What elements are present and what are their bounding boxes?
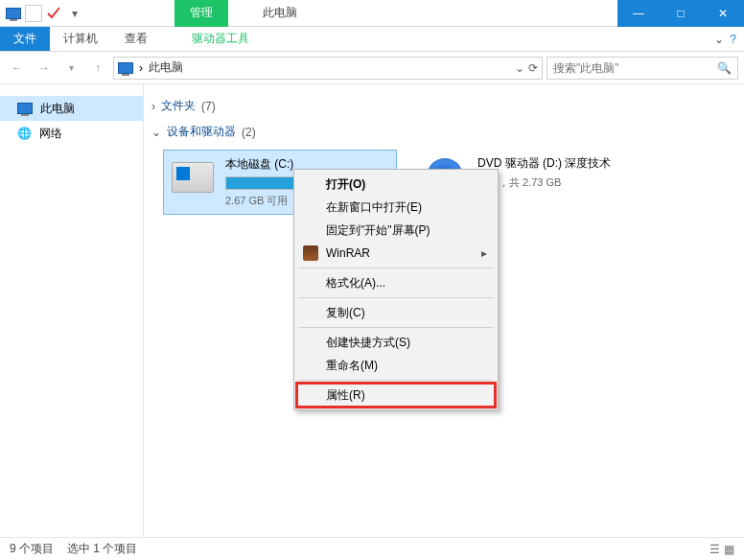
sidebar-item-this-pc[interactable]: 此电脑 <box>0 96 143 121</box>
search-box[interactable]: 🔍 <box>546 57 738 80</box>
sidebar-item-label: 网络 <box>39 126 62 142</box>
menu-format[interactable]: 格式化(A)... <box>297 271 495 294</box>
menu-new-window[interactable]: 在新窗口中打开(E) <box>297 196 495 219</box>
drive-subtitle: 可用，共 2.73 GB <box>477 175 644 190</box>
quick-access-toolbar: ▾ <box>0 4 88 23</box>
tab-view[interactable]: 查看 <box>111 27 161 51</box>
address-bar[interactable]: › 此电脑 ⌄ ⟳ <box>113 57 543 80</box>
drive-name: DVD 驱动器 (D:) 深度技术 <box>477 155 644 172</box>
window-title: 此电脑 <box>263 5 297 21</box>
group-label: 设备和驱动器 <box>167 124 236 140</box>
view-tiles-icon[interactable]: ▦ <box>724 543 734 556</box>
recent-locations-button[interactable]: ▾ <box>59 57 82 80</box>
sidebar-item-label: 此电脑 <box>40 101 75 117</box>
submenu-arrow-icon: ▸ <box>481 246 487 260</box>
contextual-tab-label: 管理 <box>174 0 228 27</box>
ribbon-tabs: 文件 计算机 查看 驱动器工具 ⌄ ? <box>0 27 744 52</box>
breadcrumb[interactable]: 此电脑 <box>149 59 183 76</box>
forward-button[interactable]: → <box>33 57 56 80</box>
menu-copy[interactable]: 复制(C) <box>297 301 495 324</box>
menu-pin-start[interactable]: 固定到"开始"屏幕(P) <box>297 219 495 242</box>
menu-separator <box>299 268 493 268</box>
title-bar: ▾ 管理 此电脑 — □ ✕ <box>0 0 744 27</box>
context-menu: 打开(O) 在新窗口中打开(E) 固定到"开始"屏幕(P) WinRAR ▸ 格… <box>293 169 499 410</box>
address-pc-icon <box>118 62 133 74</box>
back-button[interactable]: ← <box>6 57 29 80</box>
menu-separator <box>299 327 493 328</box>
winrar-icon <box>303 245 318 261</box>
group-devices[interactable]: ⌄ 设备和驱动器 (2) <box>151 124 736 140</box>
status-item-count: 9 个项目 <box>10 541 54 557</box>
search-input[interactable] <box>553 61 717 75</box>
menu-separator <box>299 380 493 381</box>
menu-create-shortcut[interactable]: 创建快捷方式(S) <box>297 331 495 354</box>
chevron-down-icon: ⌄ <box>151 126 161 139</box>
group-count: (7) <box>201 100 216 113</box>
network-icon: 🌐 <box>17 127 32 140</box>
maximize-button[interactable]: □ <box>660 0 702 27</box>
group-folders[interactable]: › 文件夹 (7) <box>151 98 736 114</box>
tab-file[interactable]: 文件 <box>0 27 50 51</box>
help-icon[interactable]: ? <box>730 33 736 46</box>
chevron-right-icon: › <box>151 100 155 113</box>
minimize-button[interactable]: — <box>617 0 660 27</box>
view-details-icon[interactable]: ☰ <box>709 543 720 556</box>
menu-separator <box>299 297 493 298</box>
ribbon-expand-icon[interactable]: ⌄ <box>714 33 724 46</box>
up-button[interactable]: ↑ <box>86 57 109 80</box>
explorer-icon <box>4 4 23 23</box>
tab-computer[interactable]: 计算机 <box>50 27 111 51</box>
breadcrumb-sep: › <box>139 61 143 75</box>
pc-icon <box>17 103 33 114</box>
qat-item[interactable] <box>44 4 63 23</box>
group-count: (2) <box>242 126 256 139</box>
qat-item[interactable] <box>25 5 42 22</box>
disk-icon <box>172 162 214 193</box>
menu-properties[interactable]: 属性(R) <box>297 384 495 407</box>
tab-drive-tools[interactable]: 驱动器工具 <box>178 27 263 51</box>
search-icon[interactable]: 🔍 <box>717 61 732 75</box>
status-selected-count: 选中 1 个项目 <box>67 541 137 557</box>
qat-dropdown[interactable]: ▾ <box>65 4 84 23</box>
navigation-pane: 此电脑 🌐 网络 <box>0 84 144 537</box>
close-button[interactable]: ✕ <box>702 0 744 27</box>
refresh-icon[interactable]: ⟳ <box>528 61 538 75</box>
menu-winrar[interactable]: WinRAR ▸ <box>297 242 495 265</box>
sidebar-item-network[interactable]: 🌐 网络 <box>0 121 143 146</box>
menu-rename[interactable]: 重命名(M) <box>297 354 495 377</box>
group-label: 文件夹 <box>161 98 196 114</box>
menu-open[interactable]: 打开(O) <box>297 173 495 196</box>
address-dropdown-icon[interactable]: ⌄ <box>515 61 524 75</box>
navigation-bar: ← → ▾ ↑ › 此电脑 ⌄ ⟳ 🔍 <box>0 52 744 84</box>
status-bar: 9 个项目 选中 1 个项目 ☰ ▦ <box>0 537 744 560</box>
